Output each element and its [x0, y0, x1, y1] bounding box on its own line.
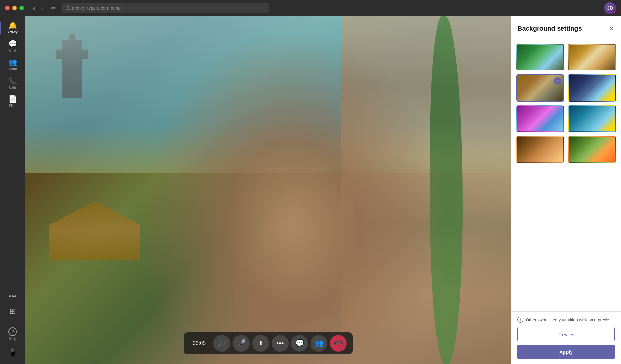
files-icon: 📄 — [8, 96, 17, 103]
camera-icon: 🎥 — [218, 339, 226, 348]
sidebar-label-chat: Chat — [9, 49, 16, 52]
participants-button[interactable]: 👥 — [310, 335, 327, 352]
device-icon: 📱 — [8, 348, 17, 356]
bg-thumb-image-7 — [517, 137, 563, 162]
bg-thumb-image-8 — [569, 137, 615, 162]
mic-button[interactable]: 🎤 — [233, 335, 250, 352]
share-icon: ⬆ — [258, 340, 263, 347]
mic-icon: 🎤 — [237, 339, 246, 348]
calls-icon: 📞 — [8, 77, 17, 84]
more-options-icon: ••• — [276, 339, 284, 348]
title-bar: ‹ › ✏ Search or type a command JD — [0, 0, 621, 16]
window-controls — [5, 6, 24, 10]
end-call-button[interactable]: 📞 — [330, 335, 347, 352]
share-screen-button[interactable]: ⬆ — [252, 335, 269, 352]
background-option-7[interactable] — [516, 136, 564, 163]
background-option-6[interactable] — [568, 105, 616, 132]
maximize-window-button[interactable] — [19, 6, 24, 10]
navigation-buttons: ‹ › — [30, 4, 46, 13]
call-container: 03:05 🎥 🎤 ⬆ ••• 💬 👥 📞 — [25, 16, 511, 364]
sidebar-item-apps[interactable]: ⊞ ... — [0, 305, 25, 323]
sidebar-item-teams[interactable]: 👥 Teams — [0, 56, 25, 74]
bg-thumb-image-1 — [517, 45, 563, 70]
background-grid: ✓ — [511, 38, 621, 311]
avatar-badge — [613, 11, 616, 14]
background-option-3[interactable]: ✓ — [516, 74, 564, 101]
sidebar-label-activity: Activity — [7, 30, 18, 34]
sidebar-item-more[interactable]: ••• — [0, 290, 25, 303]
minimize-window-button[interactable] — [12, 6, 17, 10]
call-controls: 03:05 🎥 🎤 ⬆ ••• 💬 👥 📞 — [184, 332, 353, 354]
chat-icon: 💬 — [8, 40, 17, 48]
compose-button[interactable]: ✏ — [49, 3, 59, 13]
sidebar-label-calls: Calls — [9, 86, 16, 89]
background-option-4[interactable] — [568, 74, 616, 101]
panel-header: Background settings × — [511, 16, 621, 38]
background-option-5[interactable] — [516, 105, 564, 132]
apply-button[interactable]: Apply — [518, 345, 615, 359]
sidebar-item-help[interactable]: ? Help — [0, 324, 25, 344]
background-option-1[interactable] — [516, 44, 564, 70]
panel-close-button[interactable]: × — [608, 24, 615, 33]
sidebar-item-chat[interactable]: 💬 Chat — [0, 37, 25, 56]
sidebar-item-calls[interactable]: 📞 Calls — [0, 74, 25, 92]
bg-thumb-image-5 — [517, 106, 563, 131]
sidebar-label-apps: ... — [11, 316, 14, 320]
sidebar-label-files: Files — [9, 104, 16, 108]
sidebar-label-teams: Teams — [8, 67, 17, 71]
chat-icon: 💬 — [295, 339, 304, 348]
search-placeholder: Search or type a command — [66, 5, 121, 11]
person-overlay — [25, 16, 511, 364]
apps-icon: ⊞ — [10, 308, 16, 315]
info-icon: i — [518, 317, 523, 323]
close-window-button[interactable] — [5, 6, 10, 10]
sidebar-item-activity[interactable]: 🔔 Activity — [0, 19, 25, 37]
panel-footer: i Others won't see your video while you … — [511, 311, 621, 364]
panel-title: Background settings — [518, 25, 582, 32]
bg-thumb-image-4 — [569, 75, 615, 100]
forward-button[interactable]: › — [39, 4, 46, 13]
chat-button[interactable]: 💬 — [291, 335, 308, 352]
help-icon: ? — [8, 327, 17, 336]
info-text-label: Others won't see your video while you pr… — [526, 317, 613, 322]
bg-thumb-image-2 — [569, 45, 615, 70]
camera-button[interactable]: 🎥 — [213, 335, 230, 352]
call-timer: 03:05 — [189, 340, 212, 346]
search-bar[interactable]: Search or type a command — [62, 3, 269, 13]
background-option-2[interactable] — [568, 44, 616, 70]
more-icon: ••• — [9, 293, 16, 300]
background-settings-panel: Background settings × ✓ — [511, 16, 621, 364]
teams-icon: 👥 — [8, 59, 17, 66]
avatar[interactable]: JD — [604, 2, 616, 14]
info-message: i Others won't see your video while you … — [518, 317, 615, 323]
sidebar: 🔔 Activity 💬 Chat 👥 Teams 📞 Calls 📄 File… — [0, 16, 25, 364]
participants-icon: 👥 — [315, 339, 323, 348]
sidebar-label-help: Help — [9, 337, 16, 341]
sidebar-item-files[interactable]: 📄 Files — [0, 92, 25, 111]
sidebar-bottom: ••• ⊞ ... ? Help 📱 — [0, 290, 25, 364]
sidebar-item-device[interactable]: 📱 — [0, 345, 25, 359]
preview-button[interactable]: Preview — [518, 327, 615, 341]
back-button[interactable]: ‹ — [30, 4, 38, 13]
end-call-icon: 📞 — [332, 337, 344, 349]
main-layout: 🔔 Activity 💬 Chat 👥 Teams 📞 Calls 📄 File… — [0, 16, 621, 364]
activity-icon: 🔔 — [8, 22, 17, 29]
more-options-button[interactable]: ••• — [272, 335, 289, 352]
background-option-8[interactable] — [568, 136, 616, 163]
bg-thumb-image-6 — [569, 106, 615, 131]
